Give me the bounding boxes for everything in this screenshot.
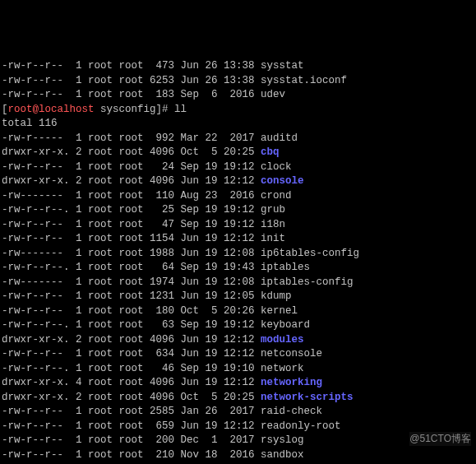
total-line: total 116 bbox=[2, 117, 474, 132]
command-prompt[interactable]: [root@localhost sysconfig]# ll bbox=[2, 103, 474, 118]
file-row: -rw-r--r-- 1 root root 634 Jun 19 12:12 … bbox=[2, 347, 474, 362]
file-row: drwxr-xr-x. 4 root root 4096 Jun 19 12:1… bbox=[2, 376, 474, 391]
file-row: -rw------- 1 root root 110 Aug 23 2016 c… bbox=[2, 189, 474, 204]
file-row: drwxr-xr-x. 2 root root 4096 Jun 19 12:1… bbox=[2, 333, 474, 348]
watermark: @51CTO博客 bbox=[409, 432, 471, 447]
file-row: -rw-r--r--. 1 root root 63 Sep 19 19:12 … bbox=[2, 318, 474, 333]
file-row: -rw-r--r-- 1 root root 24 Sep 19 19:12 c… bbox=[2, 160, 474, 175]
file-row: -rw-r--r-- 1 root root 1231 Jun 19 12:05… bbox=[2, 290, 474, 304]
file-row: -rw-r--r--. 1 root root 25 Sep 19 19:12 … bbox=[2, 203, 474, 218]
file-row: drwxr-xr-x. 2 root root 4096 Jun 19 12:1… bbox=[2, 174, 474, 189]
file-row: -rw-r--r-- 1 root root 6253 Jun 26 13:38… bbox=[2, 74, 474, 89]
file-row: -rw-r--r-- 1 root root 180 Oct 5 20:26 k… bbox=[2, 304, 474, 319]
file-row: -rw-r--r-- 1 root root 1154 Jun 19 12:12… bbox=[2, 232, 474, 247]
file-row: -rw-r--r--. 1 root root 64 Sep 19 19:43 … bbox=[2, 261, 474, 276]
file-row: -rw-r--r-- 1 root root 473 Jun 26 13:38 … bbox=[2, 59, 474, 74]
file-row: -rw-r--r--. 1 root root 46 Sep 19 19:10 … bbox=[2, 362, 474, 377]
file-row: -rw-r--r-- 1 root root 200 Dec 1 2017 rs… bbox=[2, 434, 474, 448]
file-row: -rw------- 1 root root 1988 Jun 19 12:08… bbox=[2, 247, 474, 262]
file-row: -rw-r--r-- 1 root root 659 Jun 19 12:12 … bbox=[2, 420, 474, 434]
file-row: -rw------- 1 root root 1974 Jun 19 12:08… bbox=[2, 276, 474, 290]
file-row: drwxr-xr-x. 2 root root 4096 Oct 5 20:25… bbox=[2, 146, 474, 160]
file-row: drwxr-xr-x. 2 root root 4096 Oct 5 20:25… bbox=[2, 391, 474, 406]
terminal-output: -rw-r--r-- 1 root root 473 Jun 26 13:38 … bbox=[2, 59, 474, 464]
file-row: -rw-r--r-- 1 root root 183 Sep 6 2016 ud… bbox=[2, 88, 474, 103]
file-row: -rw-r--r-- 1 root root 2585 Jan 26 2017 … bbox=[2, 405, 474, 420]
file-row: -rw-r--r-- 1 root root 210 Nov 18 2016 s… bbox=[2, 448, 474, 463]
file-row: -rw-r----- 1 root root 992 Mar 22 2017 a… bbox=[2, 132, 474, 146]
file-row: -rw-r--r-- 1 root root 47 Sep 19 19:12 i… bbox=[2, 218, 474, 233]
